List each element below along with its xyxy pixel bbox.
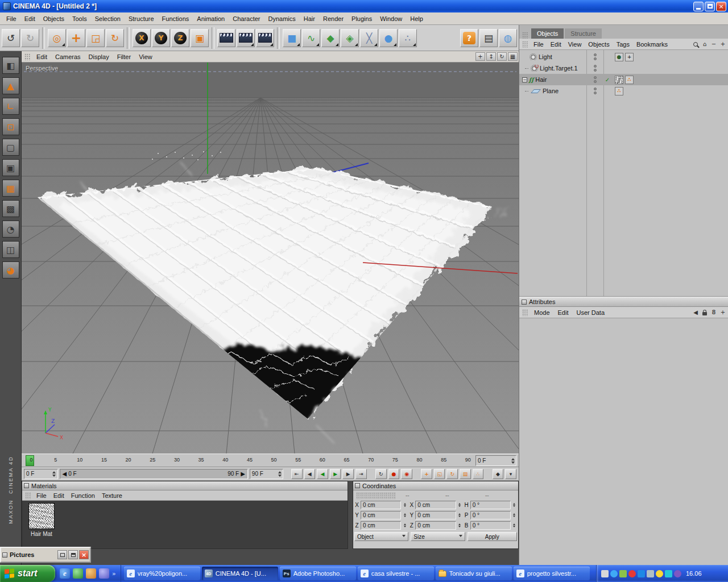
panel-grip[interactable] <box>522 32 528 39</box>
previous-frame-button[interactable]: ◀ <box>304 469 316 479</box>
autokey-button[interactable]: ◉ <box>401 469 412 479</box>
om-menu-objects[interactable]: Objects <box>585 40 613 48</box>
taskbar-button-photoshop[interactable]: Ps Adobe Photosho... <box>280 567 356 580</box>
lock-y-axis-button[interactable]: Y <box>152 29 170 47</box>
rot-b-field[interactable]: 0 ° <box>470 521 511 530</box>
loop-playback-button[interactable]: ↻ <box>375 469 387 479</box>
new-panel-icon[interactable]: + <box>719 309 727 317</box>
next-frame-button[interactable]: ▶ <box>342 469 354 479</box>
panel-grip[interactable] <box>356 492 396 499</box>
start-frame-spinner[interactable] <box>51 469 57 479</box>
range-right-arrow-icon[interactable]: ▶ <box>241 471 245 477</box>
undo-button[interactable]: ↺ <box>2 29 20 47</box>
polygon-mode-button[interactable]: ▣ <box>2 159 19 176</box>
materials-titlebar[interactable]: Materials <box>22 481 348 490</box>
point-mode-button[interactable]: ⊡ <box>2 118 19 135</box>
link-icon[interactable]: 8 <box>710 309 718 317</box>
menu-objects[interactable]: Objects <box>39 14 68 23</box>
coordinates-titlebar[interactable]: Coordinates <box>353 481 518 490</box>
history-back-icon[interactable]: ◀ <box>692 309 700 317</box>
material-thumbnail[interactable] <box>28 503 55 529</box>
object-row-light[interactable]: Light ● + <box>519 51 728 63</box>
tray-scanner-icon[interactable] <box>665 570 672 577</box>
lock-x-axis-button[interactable]: X <box>133 29 151 47</box>
play-forward-button[interactable]: ▶ <box>330 469 341 479</box>
pos-y-field[interactable]: 0 cm <box>361 511 401 519</box>
tab-objects[interactable]: Objects <box>531 28 564 39</box>
tray-usb-icon[interactable] <box>647 570 654 577</box>
lock-z-axis-button[interactable]: Z <box>171 29 189 47</box>
apply-button[interactable]: Apply <box>468 532 517 541</box>
object-tree[interactable]: Light ● + Light.Target.1 <box>519 50 728 297</box>
model-mode-button[interactable]: ▲ <box>2 77 19 94</box>
collapse-icon[interactable]: − <box>522 77 527 82</box>
render-visibility-dot[interactable] <box>594 57 597 60</box>
size-x-spinner[interactable] <box>457 501 462 509</box>
internet-explorer-icon[interactable]: e <box>60 568 70 579</box>
hair-collider-tag-icon[interactable]: ∴ <box>615 87 623 95</box>
panel-grip[interactable] <box>24 53 31 60</box>
editor-visibility-dot[interactable] <box>594 53 597 56</box>
rot-h-field[interactable]: 0 ° <box>470 501 511 509</box>
end-frame-spinner[interactable] <box>276 469 283 479</box>
spinner-down-icon[interactable] <box>511 462 515 465</box>
tray-display-icon[interactable] <box>601 570 609 577</box>
close-window-button[interactable]: × <box>79 550 89 559</box>
lock-icon[interactable] <box>701 309 709 317</box>
pos-y-spinner[interactable] <box>402 511 407 519</box>
start-button[interactable]: start <box>0 565 55 582</box>
record-position-toggle[interactable]: + <box>421 469 432 479</box>
record-pla-toggle[interactable]: ∴ <box>473 469 484 479</box>
size-y-spinner[interactable] <box>457 511 462 519</box>
materials-menu-edit[interactable]: Edit <box>50 492 68 500</box>
materials-list[interactable]: Hair Mat <box>22 501 348 548</box>
viewport-menu-cameras[interactable]: Cameras <box>51 53 85 61</box>
menu-dynamics[interactable]: Dynamics <box>264 14 300 23</box>
menu-structure[interactable]: Structure <box>125 14 158 23</box>
menu-window[interactable]: Window <box>376 14 406 23</box>
pos-x-spinner[interactable] <box>402 501 407 509</box>
om-menu-tags[interactable]: Tags <box>613 40 633 48</box>
om-menu-file[interactable]: File <box>530 40 547 48</box>
size-dropdown[interactable]: Size <box>411 532 465 541</box>
perspective-viewport[interactable]: Y Z X Perspective <box>22 63 519 454</box>
spinner-down-icon[interactable] <box>278 475 282 479</box>
menu-selection[interactable]: Selection <box>91 14 125 23</box>
taskbar-clock[interactable]: 16.06 <box>686 570 702 577</box>
window-titlebar[interactable]: CINEMA 4D - [Untitled 2 *] × <box>0 0 728 13</box>
move-tool-button[interactable]: + <box>67 29 85 47</box>
live-selection-tool-button[interactable]: ◎ <box>48 29 66 47</box>
search-icon[interactable] <box>692 40 700 48</box>
record-parameter-toggle[interactable]: ▤ <box>460 469 471 479</box>
taskbar-button-cinema4d[interactable]: 4D CINEMA 4D - [U... <box>202 567 278 580</box>
size-z-spinner[interactable] <box>457 521 462 530</box>
panel-grip[interactable] <box>522 41 528 48</box>
frame-spinner[interactable] <box>510 456 516 465</box>
end-frame-field[interactable]: 90 F <box>250 469 284 479</box>
tray-network-icon[interactable] <box>638 570 645 577</box>
make-editable-button[interactable]: ◧ <box>2 57 19 74</box>
object-row-hair[interactable]: − ʃʃ Hair ✓ ∴ <box>519 74 728 85</box>
start-frame-value[interactable]: 0 F <box>24 469 51 479</box>
add-scene-object-button[interactable]: ● <box>379 29 398 47</box>
show-desktop-icon[interactable] <box>73 568 83 579</box>
media-player-icon[interactable] <box>86 568 96 579</box>
scale-tool-button[interactable]: ◲ <box>86 29 105 47</box>
add-deformer-button[interactable]: ╳ <box>360 29 378 47</box>
record-keyframe-button[interactable]: ● <box>388 469 400 479</box>
hair-material-tag-icon[interactable] <box>615 76 623 84</box>
messenger-icon[interactable] <box>99 568 109 579</box>
om-menu-bookmarks[interactable]: Bookmarks <box>633 40 671 48</box>
content-browser-button[interactable]: ◍ <box>499 29 517 47</box>
viewport-solo-button[interactable]: ◕ <box>2 261 19 278</box>
target-tag-icon[interactable]: + <box>625 53 634 61</box>
mode-dropdown[interactable]: Object <box>354 532 408 541</box>
tray-antivirus-icon[interactable] <box>628 570 636 577</box>
rotate-view-icon[interactable]: ↻ <box>497 52 507 61</box>
current-frame-field[interactable]: 0 F <box>475 455 516 466</box>
tray-update-icon[interactable] <box>619 570 627 577</box>
editor-visibility-dot[interactable] <box>594 76 597 79</box>
spinner-up-icon[interactable] <box>52 469 56 473</box>
object-row-plane[interactable]: Plane ∴ <box>519 85 728 97</box>
render-visibility-dot[interactable] <box>594 92 597 94</box>
